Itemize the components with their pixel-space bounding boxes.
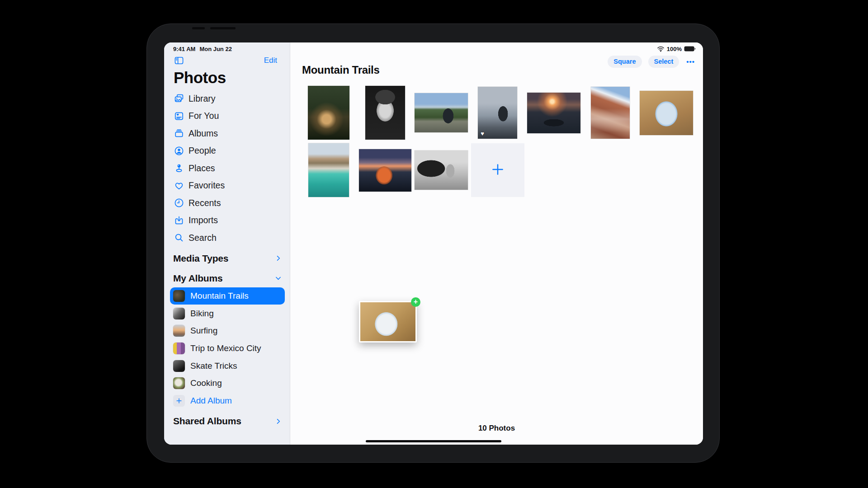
- section-label: Shared Albums: [173, 416, 241, 427]
- add-photos-tile[interactable]: [471, 143, 525, 197]
- favorites-heart-icon: [174, 180, 184, 191]
- photo-thumbnail-rock-arch-opening-with-clouds[interactable]: [640, 91, 693, 135]
- photo-cell: [359, 143, 412, 197]
- sidebar-item-label: Albums: [189, 128, 218, 139]
- album-thumbnail-surfing: [173, 325, 185, 337]
- chevron-right-icon: [274, 418, 282, 425]
- photo-thumbnail-forest-trail-with-sunlight[interactable]: [308, 86, 349, 140]
- ipad-device-frame: 9:41 AM Mon Jun 22 100%: [146, 23, 720, 463]
- album-item-label: Biking: [190, 309, 214, 319]
- sidebar: Edit Photos LibraryFor YouAlbumsPeoplePl…: [164, 42, 290, 445]
- photo-cell: [584, 86, 637, 140]
- photo-thumbnail-coastal-village-with-turquoise-water[interactable]: [308, 143, 349, 197]
- photo-thumbnail-black-and-white-cyclist-portrait-in-helmet[interactable]: [365, 86, 405, 140]
- sidebar-item-label: Recents: [189, 198, 221, 208]
- albums-icon: [174, 128, 184, 139]
- photo-cell: [359, 86, 412, 140]
- photo-thumbnail-black-and-white-man-with-horse[interactable]: [415, 150, 468, 190]
- album-item-label: Cooking: [190, 378, 222, 388]
- sidebar-item-places[interactable]: Places: [164, 160, 290, 177]
- places-pin-icon: [174, 163, 184, 174]
- sidebar-item-recents[interactable]: Recents: [164, 194, 290, 212]
- album-item-skate-tricks[interactable]: Skate Tricks: [164, 357, 290, 375]
- volume-buttons: [210, 27, 236, 29]
- sidebar-item-label: Library: [189, 94, 216, 104]
- people-icon: [174, 145, 184, 156]
- sidebar-item-library[interactable]: Library: [164, 90, 290, 108]
- plus-icon: [173, 395, 185, 407]
- photo-cell: [471, 143, 525, 197]
- toolbar: Square Select •••: [608, 56, 696, 68]
- photo-thumbnail-cyclist-silhouette-against-cloudy-sky[interactable]: ♥: [478, 87, 517, 139]
- sidebar-item-for-you[interactable]: For You: [164, 108, 290, 125]
- album-item-mountain-trails[interactable]: Mountain Trails: [170, 287, 285, 305]
- photo-grid: ♥: [302, 86, 693, 197]
- sidebar-header: Edit: [164, 56, 290, 66]
- photo-cell: [527, 86, 581, 140]
- album-thumbnail-biking: [173, 308, 185, 319]
- sidebar-item-imports[interactable]: Imports: [164, 212, 290, 230]
- home-indicator[interactable]: [366, 440, 501, 442]
- add-green-badge-icon: +: [411, 297, 420, 307]
- recents-clock-icon: [174, 197, 184, 208]
- photo-cell: [302, 143, 356, 197]
- photo-cell: [640, 86, 693, 140]
- sidebar-section-shared-albums[interactable]: Shared Albums: [164, 412, 290, 430]
- album-item-label: Surfing: [190, 326, 217, 336]
- album-item-label: Mountain Trails: [190, 291, 249, 301]
- photo-cell: [415, 86, 468, 140]
- chevron-down-icon: [274, 274, 282, 282]
- library-icon: [174, 93, 184, 104]
- sidebar-item-people[interactable]: People: [164, 142, 290, 160]
- screenshot-background: 9:41 AM Mon Jun 22 100%: [0, 0, 868, 488]
- more-options-button[interactable]: •••: [685, 56, 696, 67]
- photo-thumbnail-person-in-orange-shirt-at-dusk[interactable]: [359, 149, 411, 192]
- photo-cell: [415, 143, 468, 197]
- imports-icon: [174, 215, 184, 226]
- section-label: My Albums: [173, 273, 222, 284]
- sidebar-item-search[interactable]: Search: [164, 229, 290, 247]
- dragged-photo[interactable]: +: [359, 301, 417, 343]
- album-item-biking[interactable]: Biking: [164, 305, 290, 322]
- album-item-surfing[interactable]: Surfing: [164, 322, 290, 340]
- sidebar-section-media-types[interactable]: Media Types: [164, 249, 290, 267]
- album-thumbnail-mountain-trails: [173, 290, 185, 302]
- sidebar-section-my-albums[interactable]: My Albums: [164, 269, 290, 287]
- photo-cell: [302, 86, 356, 140]
- for-you-icon: [174, 111, 184, 122]
- sidebar-toggle-icon[interactable]: [174, 55, 184, 66]
- photo-thumbnail-cyclist-riding-past-trees-under-blue-sky[interactable]: [415, 93, 468, 132]
- main-content: Square Select ••• Mountain Trails ♥ + 10…: [290, 42, 703, 445]
- sidebar-item-label: Places: [189, 163, 215, 174]
- add-album-label: Add Album: [190, 396, 232, 406]
- top-button: [192, 27, 205, 29]
- photo-thumbnail-sunset-over-sea-with-people-on-shore[interactable]: [527, 93, 580, 133]
- sidebar-item-favorites[interactable]: Favorites: [164, 177, 290, 195]
- sidebar-item-label: Favorites: [189, 180, 225, 191]
- sidebar-item-label: For You: [189, 111, 219, 121]
- photo-cell: ♥: [471, 86, 525, 140]
- photo-thumbnail-red-rock-slot-canyon[interactable]: [591, 87, 630, 139]
- sidebar-item-label: People: [189, 145, 216, 156]
- favorite-heart-icon: ♥: [481, 131, 484, 136]
- album-title: Mountain Trails: [302, 64, 380, 76]
- app-title: Photos: [174, 69, 290, 86]
- sidebar-nav: LibraryFor YouAlbumsPeoplePlacesFavorite…: [164, 90, 290, 247]
- album-item-cooking[interactable]: Cooking: [164, 375, 290, 392]
- album-list: Mountain TrailsBikingSurfingTrip to Mexi…: [164, 287, 290, 392]
- sidebar-item-albums[interactable]: Albums: [164, 125, 290, 142]
- section-label: Media Types: [173, 253, 228, 264]
- search-icon: [174, 232, 184, 243]
- album-thumbnail-mexico: [173, 343, 185, 354]
- chevron-right-icon: [274, 254, 282, 262]
- select-button[interactable]: Select: [648, 56, 679, 68]
- album-item-trip-to-mexico-city[interactable]: Trip to Mexico City: [164, 340, 290, 357]
- album-item-label: Skate Tricks: [190, 361, 237, 371]
- square-button[interactable]: Square: [608, 56, 642, 68]
- album-item-label: Trip to Mexico City: [190, 343, 261, 353]
- plus-icon: [490, 162, 505, 179]
- album-thumbnail-cooking: [173, 377, 185, 389]
- sidebar-item-label: Search: [189, 233, 217, 243]
- add-album-button[interactable]: Add Album: [164, 392, 290, 410]
- edit-button[interactable]: Edit: [264, 56, 277, 65]
